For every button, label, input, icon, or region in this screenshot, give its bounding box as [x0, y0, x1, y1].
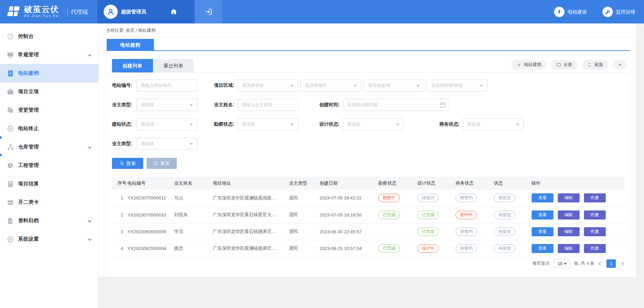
cell-created: 2023-06-25 10:57:04 — [320, 240, 378, 257]
select-input[interactable]: 请选择 — [137, 99, 197, 111]
tab-1[interactable]: 通过列表 — [153, 59, 194, 72]
text-input[interactable]: 请输入业主姓名 — [237, 99, 298, 111]
status-badge: 待签约 — [455, 194, 477, 202]
sidebar-item-4[interactable]: 变更管理 — [0, 101, 98, 119]
reset-icon — [153, 161, 158, 166]
edit-button[interactable]: 编辑 — [558, 210, 580, 220]
scroll-indicator — [0, 154, 2, 156]
cell-created: 2023-06-30 22:45:57 — [320, 223, 378, 240]
prev-page-button[interactable] — [598, 261, 602, 266]
sidebar-item-1[interactable]: 常规管理 — [0, 46, 98, 64]
cell-owner: 学员 — [174, 223, 213, 240]
pie-icon — [7, 162, 14, 169]
refresh-button[interactable]: 刷新 — [582, 60, 608, 70]
filter-label: 创建时间: — [319, 102, 342, 108]
cell-address: 广东深圳龙华区观澜镇姚家庄... — [213, 240, 289, 257]
cell-actions: 查看编辑作废 — [532, 240, 625, 257]
select-input[interactable]: 请选择 — [463, 118, 524, 130]
column-header: 创建日期 — [320, 177, 378, 190]
status-badge: 已完成 — [378, 244, 400, 253]
edit-button[interactable]: 编辑 — [558, 227, 580, 236]
sidebar-item-2[interactable]: 电站建档 — [0, 64, 98, 82]
home-button[interactable] — [153, 0, 195, 23]
sidebar-item-8[interactable]: 项目结算 — [0, 175, 98, 193]
select-input[interactable]: 请选择 — [237, 118, 298, 130]
sidebar-item-10[interactable]: 资料归档 — [0, 211, 98, 230]
select-input[interactable]: 请选择 — [343, 118, 404, 130]
scrollbar-track[interactable] — [636, 23, 644, 308]
reset-button[interactable]: 重置 — [147, 158, 177, 169]
select-input[interactable]: 请选择县/区 — [364, 79, 424, 91]
per-page-label: 每页显示 — [532, 260, 550, 266]
quick-link-ops[interactable]: 监控运维 — [602, 7, 635, 17]
dropdown-arrow-icon — [480, 85, 483, 87]
sidebar-item-0[interactable]: 控制台 — [0, 27, 98, 46]
select-input[interactable]: 请选择 — [137, 118, 197, 130]
sidebar-item-7[interactable]: 工程管理 — [0, 156, 98, 175]
view-button[interactable]: 查看 — [532, 210, 553, 220]
collapse-button[interactable] — [612, 60, 627, 70]
dropdown-arrow-icon — [190, 143, 193, 145]
sidebar-item-6[interactable]: 仓库管理 — [0, 138, 98, 156]
void-button[interactable]: 作废 — [584, 193, 606, 202]
column-header: 设计状态 — [417, 177, 455, 190]
view-button[interactable]: 查看 — [532, 227, 553, 236]
per-page-select[interactable]: 10 — [554, 259, 570, 268]
add-station-button[interactable]: 电站建档 — [511, 60, 547, 70]
filter-field: 业主类型: 请选择 — [112, 138, 197, 150]
sidebar-item-11[interactable]: 系统设置 — [0, 230, 98, 248]
total-label: 条, 共 4 条 — [574, 260, 594, 266]
logout-button[interactable] — [195, 0, 222, 23]
page-number[interactable]: 1 — [606, 259, 616, 268]
cell-owner-type: 居民 — [289, 223, 320, 240]
placeholder-text: 请选择 — [141, 141, 154, 147]
pagination: 每页显示 10 条, 共 4 条 1 — [532, 259, 624, 268]
cell-business-status: 待签约 — [455, 240, 494, 257]
placeholder-text: 请选择 — [141, 121, 154, 127]
edit-button[interactable]: 编辑 — [558, 193, 580, 202]
cell-business-status: 签约中 — [455, 206, 494, 223]
select-input[interactable]: 请选择村镇/街道 — [427, 79, 487, 91]
filter-field: 请选择城市 — [301, 79, 361, 91]
cell-no: 3 — [112, 223, 127, 240]
view-button[interactable]: 查看 — [532, 244, 553, 253]
page-tab[interactable]: 电站建档 — [107, 39, 154, 51]
edit-button[interactable]: 编辑 — [558, 244, 580, 253]
copy-icon — [7, 107, 14, 114]
sidebar-item-label: 电站建档 — [18, 70, 39, 76]
user-menu[interactable]: 超级管理员 — [97, 0, 153, 23]
select-input[interactable]: 请选择城市 — [301, 79, 361, 91]
sidebar-item-3[interactable]: 项目立项 — [0, 82, 98, 101]
column-header: 业主姓名 — [174, 177, 213, 190]
sidebar-item-label: 工程管理 — [18, 162, 39, 169]
select-input[interactable]: 请选择省份 — [237, 79, 298, 91]
filter-field: 建站状态: 请选择 — [112, 118, 197, 130]
logout-icon — [205, 8, 213, 16]
bolt-icon — [554, 7, 565, 17]
calendar-icon — [439, 102, 446, 108]
status-badge: 待设计 — [417, 194, 439, 202]
view-button[interactable]: 查看 — [532, 193, 553, 202]
sidebar-item-9[interactable]: 开二类卡 — [0, 193, 98, 211]
sidebar-item-5[interactable]: 电站终止 — [0, 119, 98, 138]
next-page-button[interactable] — [620, 261, 624, 266]
void-button[interactable]: 作废 — [584, 244, 606, 253]
void-button[interactable]: 作废 — [584, 210, 606, 220]
chevron-left-icon — [598, 262, 602, 265]
search-button[interactable]: 搜索 — [112, 158, 143, 169]
breadcrumb: 当前位置: 首页 / 电站建档 — [99, 23, 644, 37]
text-input[interactable]: 请输入电站编号 — [137, 79, 197, 91]
fullscreen-button[interactable]: 全屏 — [551, 60, 578, 70]
quick-link-build[interactable]: 电站建设 — [554, 7, 587, 17]
tab-0[interactable]: 创建列表 — [112, 59, 153, 72]
filter-label: 勘察状态: — [214, 121, 236, 127]
void-button[interactable]: 作废 — [584, 227, 606, 236]
status-badge: 已完成 — [378, 211, 400, 219]
column-header: 项目地址 — [213, 177, 289, 190]
filter-label: 设计状态: — [319, 121, 342, 127]
date-range-input[interactable]: 请选择日期范围 — [343, 99, 450, 111]
select-input[interactable]: 请选择 — [137, 138, 197, 150]
chevron-down-icon — [88, 238, 92, 241]
dropdown-arrow-icon — [417, 85, 420, 87]
cell-owner-type: 居民 — [289, 240, 320, 257]
